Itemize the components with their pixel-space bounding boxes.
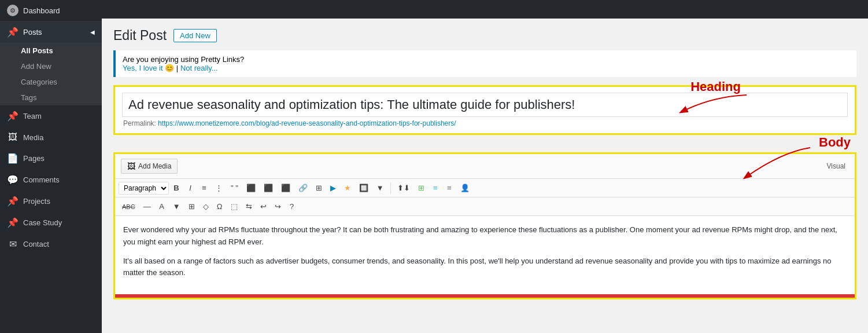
toolbar-separator-1	[390, 182, 391, 194]
sidebar-logo[interactable]: ⚙ Dashboard	[0, 0, 102, 21]
ordered-list-button[interactable]: ⋮	[212, 181, 226, 195]
sidebar-comments-label: Comments	[23, 175, 60, 184]
editor-section-wrapper: Body 🖼 Add Media Visual Par	[113, 152, 856, 299]
sidebar-item-contact[interactable]: ✉ Contact	[0, 233, 102, 255]
sidebar-posts-submenu: All Posts Add New Categories Tags	[0, 43, 102, 105]
star-button[interactable]: ★	[341, 181, 354, 195]
help-button[interactable]: ?	[286, 200, 298, 213]
annotation-body-label: Body	[819, 135, 851, 150]
notice-text: Are you enjoying using Pretty Links?	[123, 55, 244, 64]
outdent-button[interactable]: ⇆	[242, 200, 256, 213]
notice-link-yes[interactable]: Yes, I love it 😊	[123, 64, 174, 72]
anchor-button[interactable]: ◇	[200, 200, 212, 213]
page-title: Edit Post	[113, 28, 167, 43]
media-icon: 🖼	[7, 132, 19, 142]
lines-button[interactable]: ≡	[429, 181, 442, 195]
dashboard-icon: ⚙	[7, 5, 19, 16]
content-area: Edit Post Add New Are you enjoying using…	[102, 19, 868, 333]
bold-button[interactable]: B	[170, 181, 183, 195]
main-content: Edit Post Add New Are you enjoying using…	[102, 0, 868, 333]
team-icon: 📌	[7, 111, 19, 122]
align-right-button[interactable]: ⬛	[278, 181, 294, 195]
sidebar-posts-label: Posts	[23, 28, 42, 36]
permalink-row: Permalink: https://www.monetizemore.com/…	[122, 117, 848, 127]
sidebar-pages-label: Pages	[23, 154, 45, 163]
add-media-button[interactable]: 🖼 Add Media	[121, 159, 178, 174]
menu-button[interactable]: ≡	[443, 181, 456, 195]
sidebar: ⚙ Dashboard 📌 Posts ◀ All Posts Add New …	[0, 0, 102, 333]
posts-arrow-icon: ◀	[90, 29, 95, 35]
projects-icon: 📌	[7, 196, 19, 207]
sidebar-team-label: Team	[23, 112, 42, 120]
sidebar-item-comments[interactable]: 💬 Comments	[0, 169, 102, 191]
post-title-section: Heading Permalink: https://www.monetizem…	[113, 85, 856, 135]
unordered-list-button[interactable]: ≡	[198, 181, 210, 195]
columns-button[interactable]: 🔲	[356, 181, 372, 195]
sidebar-item-team[interactable]: 📌 Team	[0, 105, 102, 127]
indent-button[interactable]: ⬚	[227, 200, 241, 213]
editor-section: 🖼 Add Media Visual Paragraph B I ≡ ⋮ " "…	[113, 152, 856, 299]
sidebar-logo-label: Dashboard	[23, 6, 60, 15]
align-center-button[interactable]: ⬛	[260, 181, 276, 195]
bottom-accent-bar	[115, 294, 855, 298]
font-color-dropdown[interactable]: ▼	[169, 200, 184, 213]
sidebar-projects-label: Projects	[23, 197, 50, 206]
hr-button[interactable]: —	[140, 200, 154, 213]
case-study-icon: 📌	[7, 217, 19, 228]
notice-link-no[interactable]: Not really...	[180, 64, 218, 72]
add-media-bar: 🖼 Add Media Visual	[115, 154, 855, 179]
annotation-heading-label: Heading	[690, 79, 741, 94]
link-button[interactable]: 🔗	[295, 181, 311, 195]
top-admin-bar	[102, 0, 868, 19]
font-color-button[interactable]: A	[156, 200, 168, 213]
post-title-area: Permalink: https://www.monetizemore.com/…	[113, 85, 856, 135]
post-title-input[interactable]	[122, 93, 848, 117]
contact-icon: ✉	[7, 239, 19, 250]
add-media-label: Add Media	[138, 162, 171, 170]
grid-button[interactable]: ⊞	[415, 181, 428, 195]
italic-button[interactable]: I	[184, 181, 197, 195]
add-new-button[interactable]: Add New	[173, 29, 217, 42]
editor-paragraph-2: It's all based on a range of factors suc…	[123, 255, 847, 280]
sidebar-item-pages[interactable]: 📄 Pages	[0, 148, 102, 169]
page-header: Edit Post Add New	[113, 28, 856, 43]
move-button[interactable]: ⬆⬇	[394, 181, 413, 195]
sidebar-contact-label: Contact	[23, 240, 49, 248]
sidebar-item-media[interactable]: 🖼 Media	[0, 127, 102, 148]
toolbar-row-2: ABC — A ▼ ⊞ ◇ Ω ⬚ ⇆ ↩ ↪ ?	[115, 197, 855, 216]
visual-label[interactable]: Visual	[827, 162, 849, 170]
sidebar-item-case-study[interactable]: 📌 Case Study	[0, 212, 102, 233]
sidebar-item-projects[interactable]: 📌 Projects	[0, 191, 102, 212]
sidebar-item-posts[interactable]: 📌 Posts ◀	[0, 21, 102, 43]
sidebar-case-study-label: Case Study	[23, 218, 62, 227]
permalink-label: Permalink:	[123, 119, 156, 127]
style-select[interactable]: Paragraph	[119, 182, 169, 195]
add-media-icon: 🖼	[127, 162, 135, 171]
sidebar-media-label: Media	[23, 133, 43, 142]
posts-icon: 📌	[7, 27, 19, 38]
blockquote-button[interactable]: " "	[227, 181, 242, 195]
editor-paragraph-1: Ever wondered why your ad RPMs fluctuate…	[123, 224, 847, 248]
sidebar-subitem-categories[interactable]: Categories	[0, 74, 102, 90]
undo-button[interactable]: ↩	[257, 200, 270, 213]
special-chars-button[interactable]: Ω	[213, 200, 226, 213]
redo-button[interactable]: ↪	[271, 200, 285, 213]
align-left-button[interactable]: ⬛	[243, 181, 259, 195]
user-button[interactable]: 👤	[457, 181, 473, 195]
strikethrough-button[interactable]: ABC	[119, 201, 139, 213]
comments-icon: 💬	[7, 174, 19, 185]
sidebar-subitem-all-posts[interactable]: All Posts	[0, 43, 102, 58]
paste-button[interactable]: ⊞	[185, 200, 198, 213]
notice-bar: Are you enjoying using Pretty Links? Yes…	[113, 50, 856, 77]
table-button[interactable]: ⊞	[312, 181, 326, 195]
sidebar-subitem-tags[interactable]: Tags	[0, 90, 102, 105]
toolbar-row-1: Paragraph B I ≡ ⋮ " " ⬛ ⬛ ⬛ 🔗 ⊞ ▶ ★ 🔲 ▼	[115, 179, 855, 197]
editor-body[interactable]: Ever wondered why your ad RPMs fluctuate…	[115, 216, 855, 294]
columns-dropdown[interactable]: ▼	[373, 181, 387, 195]
permalink-link[interactable]: https://www.monetizemore.com/blog/ad-rev…	[158, 119, 456, 127]
notice-separator: |	[176, 64, 178, 72]
sidebar-subitem-add-new[interactable]: Add New	[0, 58, 102, 74]
pages-icon: 📄	[7, 153, 19, 164]
special-button1[interactable]: ▶	[327, 181, 339, 195]
